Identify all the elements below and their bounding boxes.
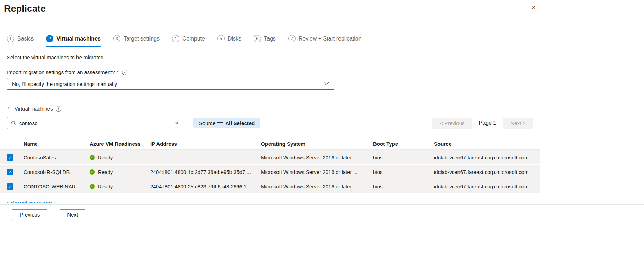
wizard-steps: 1 Basics 2 Virtual machines 3 Target set… xyxy=(7,35,540,47)
step-label: Review + Start replication xyxy=(299,36,362,42)
step-number: 4 xyxy=(172,35,179,42)
step-disks[interactable]: 5 Disks xyxy=(217,35,241,47)
assessment-label-text: Import migration settings from an assess… xyxy=(7,69,115,75)
close-icon[interactable]: ✕ xyxy=(530,3,537,12)
step-basics[interactable]: 1 Basics xyxy=(7,35,34,47)
search-input[interactable] xyxy=(19,120,173,126)
chevron-down-icon xyxy=(324,82,329,86)
clear-search-icon[interactable]: ✕ xyxy=(173,120,180,126)
column-header-name: Name xyxy=(24,141,90,147)
step-target-settings[interactable]: 3 Target settings xyxy=(113,35,160,47)
vm-name: ContosoSales xyxy=(24,154,90,160)
step-label: Tags xyxy=(264,36,276,42)
step-number: 6 xyxy=(254,35,261,42)
ready-status-icon xyxy=(90,169,95,175)
step-label: Target settings xyxy=(124,36,160,42)
table-row[interactable]: ContosoHR-SQLDB Ready 2404:f801:4800:1c:… xyxy=(0,165,540,179)
selected-machines-link[interactable]: Selected machines: 3 xyxy=(7,200,83,203)
info-icon[interactable]: i xyxy=(122,70,127,75)
column-header-os: Operating System xyxy=(261,141,373,147)
step-number: 1 xyxy=(7,35,14,42)
pagination: < Previous Page 1 Next > xyxy=(432,118,533,129)
step-virtual-machines[interactable]: 2 Virtual machines xyxy=(46,35,101,47)
step-number: 3 xyxy=(113,35,120,42)
grid-controls: ✕ Source == All Selected < Previous Page… xyxy=(7,117,533,129)
step-number: 7 xyxy=(288,35,296,42)
step-label: Disks xyxy=(228,36,241,42)
filter-value: All Selected xyxy=(225,120,255,126)
ready-status-icon xyxy=(90,184,95,189)
step-label: Compute xyxy=(182,36,205,42)
vm-section-label: * Virtual machines i xyxy=(8,106,540,112)
operating-system: Microsoft Windows Server 2016 or later .… xyxy=(261,184,373,189)
column-header-source: Source xyxy=(434,141,540,147)
row-checkbox-checked[interactable] xyxy=(7,169,13,175)
source-host: idclab-vcen67.fareast.corp.microsoft.com xyxy=(434,169,540,175)
next-button[interactable]: Next xyxy=(60,209,85,220)
assessment-field-label: Import migration settings from an assess… xyxy=(7,69,540,75)
readiness-text: Ready xyxy=(98,184,113,189)
next-page-button[interactable]: Next > xyxy=(503,118,533,129)
wizard-footer: Previous Next xyxy=(12,209,644,220)
table-row[interactable]: ContosoSales Ready Microsoft Windows Ser… xyxy=(0,150,540,164)
intro-text: Select the virtual machines to be migrat… xyxy=(7,54,540,60)
step-label: Basics xyxy=(17,36,34,42)
vm-table: Name Azure VM Readiness IP Address Opera… xyxy=(0,139,540,193)
row-checkbox-checked[interactable] xyxy=(7,183,13,190)
ready-status-icon xyxy=(90,155,95,160)
assessment-dropdown-value: No, I'll specify the migration settings … xyxy=(12,81,117,87)
step-tags[interactable]: 6 Tags xyxy=(254,35,276,47)
page-indicator: Page 1 xyxy=(478,120,498,126)
column-header-ip: IP Address xyxy=(150,141,261,147)
step-review-start-replication[interactable]: 7 Review + Start replication xyxy=(288,35,362,47)
vm-name: CONTOSO-WEBINAR-... xyxy=(24,184,90,189)
search-icon xyxy=(11,121,16,126)
operating-system: Microsoft Windows Server 2016 or later .… xyxy=(261,154,373,160)
vm-search-box[interactable]: ✕ xyxy=(7,117,182,129)
source-host: idclab-vcen67.fareast.corp.microsoft.com xyxy=(434,154,540,160)
info-icon[interactable]: i xyxy=(56,106,61,112)
blade-header: Replicate … ✕ xyxy=(0,3,540,14)
ip-address: 2404:f801:4800:25:c823:79ff:6a48:2666,1.… xyxy=(150,184,261,189)
row-checkbox-checked[interactable] xyxy=(7,154,13,161)
boot-type: bios xyxy=(373,184,434,189)
filter-prefix: Source == xyxy=(199,120,223,126)
boot-type: bios xyxy=(373,154,434,160)
table-header: Name Azure VM Readiness IP Address Opera… xyxy=(0,139,540,150)
source-host: idclab-vcen67.fareast.corp.microsoft.com xyxy=(434,184,540,189)
source-filter-pill[interactable]: Source == All Selected xyxy=(193,118,260,128)
readiness-text: Ready xyxy=(98,154,113,160)
column-header-readiness: Azure VM Readiness xyxy=(90,141,150,147)
table-row[interactable]: CONTOSO-WEBINAR-... Ready 2404:f801:4800… xyxy=(0,179,540,193)
vm-label-text: Virtual machines xyxy=(15,106,53,112)
boot-type: bios xyxy=(373,169,434,175)
previous-button[interactable]: Previous xyxy=(12,209,47,220)
assessment-dropdown[interactable]: No, I'll specify the migration settings … xyxy=(7,78,334,90)
page-title: Replicate xyxy=(4,3,46,14)
replicate-blade: Replicate … ✕ 1 Basics 2 Virtual machine… xyxy=(0,0,540,203)
step-number: 2 xyxy=(46,35,53,42)
column-header-boot-type: Boot Type xyxy=(373,141,434,147)
required-asterisk: * xyxy=(117,69,119,75)
step-label: Virtual machines xyxy=(56,36,101,42)
required-asterisk: * xyxy=(8,106,10,112)
previous-page-button[interactable]: < Previous xyxy=(432,118,472,129)
step-number: 5 xyxy=(217,35,225,42)
readiness-text: Ready xyxy=(98,169,113,175)
vm-name: ContosoHR-SQLDB xyxy=(24,169,90,175)
more-options-icon[interactable]: … xyxy=(56,5,63,12)
ip-address: 2404:f801:4800:1c:2d77:36ad:e95b:35d7,..… xyxy=(150,169,261,175)
operating-system: Microsoft Windows Server 2016 or later .… xyxy=(261,169,373,175)
footer-divider xyxy=(0,204,644,205)
step-compute[interactable]: 4 Compute xyxy=(172,35,205,47)
